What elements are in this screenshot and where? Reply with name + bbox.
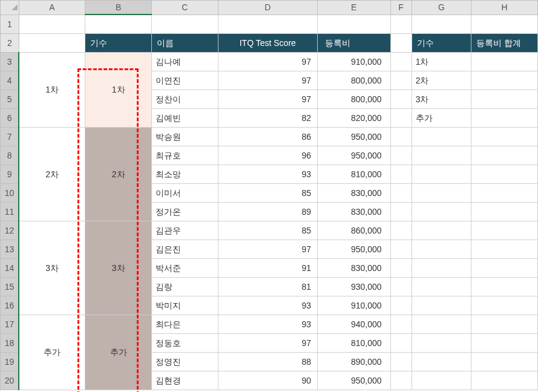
score-cell[interactable]: 88	[218, 352, 317, 371]
score-cell[interactable]: 97	[218, 90, 317, 108]
name-cell[interactable]: 김관우	[151, 221, 218, 240]
fee-cell[interactable]: 820,000	[318, 108, 391, 127]
fee-cell[interactable]: 950,000	[318, 127, 391, 146]
row-header[interactable]: 7	[1, 127, 19, 146]
row-header[interactable]: 12	[1, 221, 19, 240]
fee-cell[interactable]: 810,000	[318, 333, 391, 352]
cell[interactable]	[412, 258, 471, 277]
cell[interactable]	[390, 352, 412, 371]
name-cell[interactable]: 김나예	[151, 52, 218, 71]
score-cell[interactable]: 81	[218, 277, 317, 296]
cell[interactable]	[390, 127, 412, 146]
cell[interactable]	[471, 15, 538, 33]
row-header[interactable]: 1	[1, 15, 19, 33]
cell[interactable]	[412, 165, 471, 183]
cell[interactable]	[471, 371, 538, 390]
fee-cell[interactable]: 950,000	[318, 371, 391, 390]
header-sum-fee[interactable]: 등록비 합계	[471, 33, 538, 52]
row-header[interactable]: 15	[1, 277, 19, 296]
cell[interactable]	[471, 352, 538, 371]
header-score[interactable]: ITQ Test Score	[218, 33, 317, 52]
fee-cell[interactable]: 800,000	[318, 90, 391, 108]
summary-value-cell[interactable]	[471, 52, 538, 71]
cell[interactable]	[412, 352, 471, 371]
cell[interactable]	[471, 202, 538, 221]
cell[interactable]	[412, 127, 471, 146]
fee-cell[interactable]: 950,000	[318, 146, 391, 165]
cell[interactable]	[390, 315, 412, 333]
name-cell[interactable]: 정가온	[151, 202, 218, 221]
col-header-C[interactable]: C	[151, 1, 218, 15]
col-header-E[interactable]: E	[318, 1, 391, 15]
cell[interactable]	[412, 183, 471, 202]
score-cell[interactable]: 97	[218, 333, 317, 352]
fee-cell[interactable]: 930,000	[318, 277, 391, 296]
cell[interactable]	[390, 258, 412, 277]
group-a-cell[interactable]: 1차	[19, 52, 85, 127]
cell[interactable]	[412, 296, 471, 315]
group-a-cell[interactable]: 3차	[19, 221, 85, 315]
name-cell[interactable]: 최규호	[151, 146, 218, 165]
fee-cell[interactable]: 830,000	[318, 258, 391, 277]
cell[interactable]	[412, 15, 471, 33]
score-cell[interactable]: 90	[218, 371, 317, 390]
cell[interactable]	[412, 315, 471, 333]
row-header[interactable]: 3	[1, 52, 19, 71]
row-header[interactable]: 2	[1, 33, 19, 52]
score-cell[interactable]: 82	[218, 108, 317, 127]
cell[interactable]	[390, 108, 412, 127]
cell[interactable]	[471, 296, 538, 315]
group-b-cell[interactable]: 2차	[85, 127, 152, 221]
header-fee[interactable]: 등록비	[318, 33, 391, 52]
group-b-cell[interactable]: 추가	[85, 315, 152, 390]
name-cell[interactable]: 김은진	[151, 240, 218, 258]
cell[interactable]	[412, 240, 471, 258]
name-cell[interactable]: 정찬이	[151, 90, 218, 108]
group-b-cell[interactable]: 1차	[85, 52, 152, 127]
summary-label-cell[interactable]: 3차	[412, 90, 471, 108]
fee-cell[interactable]: 830,000	[318, 202, 391, 221]
name-cell[interactable]: 이연진	[151, 71, 218, 90]
row-header[interactable]: 19	[1, 352, 19, 371]
cell[interactable]	[390, 277, 412, 296]
summary-label-cell[interactable]: 1차	[412, 52, 471, 71]
cell[interactable]	[390, 90, 412, 108]
fee-cell[interactable]: 830,000	[318, 183, 391, 202]
cell[interactable]	[390, 146, 412, 165]
name-cell[interactable]: 정영진	[151, 352, 218, 371]
cell[interactable]	[471, 333, 538, 352]
cell[interactable]	[412, 333, 471, 352]
fee-cell[interactable]: 910,000	[318, 296, 391, 315]
cell[interactable]	[390, 296, 412, 315]
cell[interactable]	[471, 315, 538, 333]
group-b-cell[interactable]: 3차	[85, 221, 152, 315]
row-header[interactable]: 17	[1, 315, 19, 333]
cell[interactable]	[218, 15, 317, 33]
row-header[interactable]: 8	[1, 146, 19, 165]
score-cell[interactable]: 97	[218, 71, 317, 90]
cell[interactable]	[390, 202, 412, 221]
col-header-G[interactable]: G	[412, 1, 471, 15]
cell[interactable]	[318, 15, 391, 33]
group-a-cell[interactable]: 추가	[19, 315, 85, 390]
cell[interactable]	[471, 146, 538, 165]
summary-value-cell[interactable]	[471, 71, 538, 90]
cell[interactable]	[412, 146, 471, 165]
spreadsheet-grid[interactable]: A B C D E F G H 12기수이름ITQ Test Score등록비기…	[0, 0, 538, 392]
row-header[interactable]: 11	[1, 202, 19, 221]
row-header[interactable]: 20	[1, 371, 19, 390]
name-cell[interactable]: 이미서	[151, 183, 218, 202]
cell[interactable]	[19, 33, 85, 52]
row-header[interactable]: 9	[1, 165, 19, 183]
fee-cell[interactable]: 950,000	[318, 240, 391, 258]
cell[interactable]	[390, 165, 412, 183]
score-cell[interactable]: 97	[218, 240, 317, 258]
col-header-F[interactable]: F	[390, 1, 412, 15]
summary-label-cell[interactable]: 2차	[412, 71, 471, 90]
cell[interactable]	[390, 333, 412, 352]
name-cell[interactable]: 김랑	[151, 277, 218, 296]
cell[interactable]	[151, 15, 218, 33]
cell[interactable]	[471, 165, 538, 183]
row-header[interactable]: 6	[1, 108, 19, 127]
row-header[interactable]: 18	[1, 333, 19, 352]
